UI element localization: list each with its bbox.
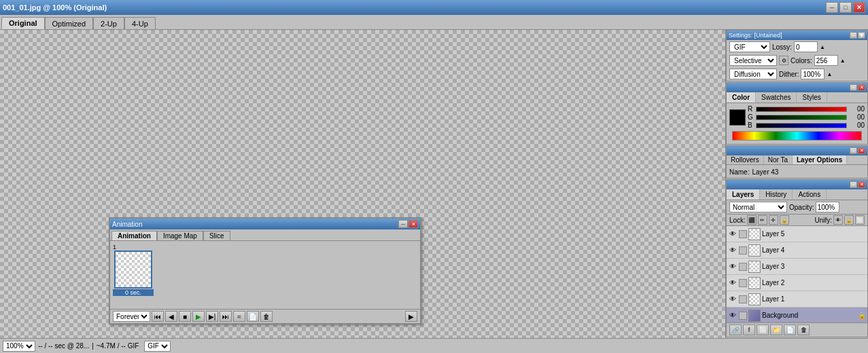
color-swatch[interactable] [729,109,746,126]
anim-tween-button[interactable]: ≈ [233,311,245,322]
status-size: ~4.7M / -- GIF [97,342,139,350]
tab-2up[interactable]: 2-Up [93,17,124,29]
format-row: GIF Lossy: ▲ [727,40,867,54]
lossy-spinup[interactable]: ▲ [820,44,825,50]
anim-first-button[interactable]: ⏮ [152,311,164,322]
anim-bottom: Forever ⏮ ◀ ■ ▶ ▶| ⏭ ≈ 📄 🗑 ▶ [110,309,420,323]
dither-select[interactable]: Diffusion [729,69,777,79]
layer-mask-button[interactable]: ⬜ [757,324,769,335]
tab-original[interactable]: Original [1,17,45,29]
layer-row-layer3[interactable]: 👁 Layer 3 [727,259,867,275]
rollovers-tab-layeroptions[interactable]: Layer Options [793,155,847,164]
layer1-eye-icon[interactable]: 👁 [728,295,737,304]
unify-label: Unify: [814,217,832,224]
layer-row-layer5[interactable]: 👁 Layer 5 [727,226,867,242]
color-tab-color[interactable]: Color [727,92,756,103]
maximize-button[interactable]: □ [839,2,852,13]
rollovers-minimize[interactable]: ─ [850,147,857,154]
g-label: G [748,113,754,121]
anim-tab-animation[interactable]: Animation [111,231,157,240]
anim-next-button[interactable]: ▶| [206,311,218,322]
layers-toolbar: Normal Opacity: [727,200,867,215]
colors-input[interactable] [814,55,838,66]
layer-row-layer4[interactable]: 👁 Layer 4 [727,242,867,259]
settings-expand[interactable]: ▼ [858,32,865,39]
bg-thumb [748,310,761,322]
anim-tab-slice[interactable]: Slice [203,231,230,240]
layer-row-layer1[interactable]: 👁 Layer 1 [727,291,867,308]
anim-expand-button[interactable]: ▶ [405,311,417,322]
layer3-name: Layer 3 [762,263,866,270]
layers-minimize[interactable]: ─ [850,181,857,188]
dither-spinup[interactable]: ▲ [827,71,832,77]
colors-spinup[interactable]: ▲ [840,58,846,64]
settings-label: Settings: [Untained] [729,32,782,39]
lock-label: Lock: [729,217,746,224]
anim-minimize-button[interactable]: ─ [398,220,408,228]
zoom-select[interactable]: 100% [3,341,35,352]
anim-play-button[interactable]: ▶ [192,311,205,322]
color-spectrum[interactable] [732,131,862,141]
bg-eye-icon[interactable]: 👁 [728,311,737,320]
dither-input[interactable] [801,69,824,79]
lock-row: Lock: ⬛ ✏ ✛ 🔒 Unify: 👁 🔒 ⬜ [727,215,867,226]
anim-close-button[interactable]: ✕ [409,220,418,228]
reduction-options-btn[interactable]: ⚙ [779,56,788,65]
anim-prev-button[interactable]: ◀ [165,311,177,322]
layer-row-background[interactable]: 👁 Background 🔒 [727,308,867,322]
opacity-input[interactable] [816,202,839,212]
layers-tab-layers[interactable]: Layers [727,189,760,200]
color-tab-styles[interactable]: Styles [797,92,827,103]
anim-add-button[interactable]: 📄 [247,311,259,322]
anim-tab-imagemap[interactable]: Image Map [157,231,203,240]
layer4-thumb [748,244,761,257]
lock-pixel-icon[interactable]: ⬛ [747,215,757,225]
lock-move-icon[interactable]: ✛ [769,215,778,225]
color-tab-swatches[interactable]: Swatches [756,92,797,103]
layer3-eye-icon[interactable]: 👁 [728,262,737,272]
layer-mode-select[interactable]: Normal [729,202,787,212]
color-close[interactable]: ✕ [858,84,865,91]
layer-add-button[interactable]: 📄 [784,324,796,335]
layer4-eye-icon[interactable]: 👁 [728,246,737,255]
reduction-select[interactable]: Selective [729,55,777,66]
color-minimize[interactable]: ─ [850,84,857,91]
layer-group-button[interactable]: 📁 [770,324,782,335]
settings-minimize[interactable]: ─ [850,32,857,39]
loop-select[interactable]: Forever [113,311,150,322]
opacity-row: Opacity: [789,202,839,212]
unify-vis-icon[interactable]: 👁 [833,215,843,225]
anim-delete-button[interactable]: 🗑 [260,311,273,322]
format-select[interactable]: GIF [729,41,770,52]
minimize-button[interactable]: ─ [826,2,838,13]
layers-tab-history[interactable]: History [760,189,793,200]
layer-row-layer2[interactable]: 👁 Layer 2 [727,275,867,291]
anim-stop-button[interactable]: ■ [179,311,191,322]
unify-pos-icon[interactable]: ⬜ [855,215,865,225]
tab-4up[interactable]: 4-Up [124,17,156,29]
layer1-name: Layer 1 [762,295,866,303]
status-format-select[interactable]: GIF [144,341,171,352]
tab-optimized[interactable]: Optimized [45,17,94,29]
rollovers-close[interactable]: ✕ [858,147,865,154]
layer-link-button[interactable]: 🔗 [729,324,742,335]
g-slider[interactable] [756,115,847,120]
layers-tab-actions[interactable]: Actions [793,189,827,200]
layers-close[interactable]: ✕ [858,181,865,188]
anim-last-button[interactable]: ⏭ [220,311,232,322]
layer5-eye-icon[interactable]: 👁 [728,229,737,239]
b-slider[interactable] [756,123,847,128]
anim-frame-1[interactable]: 1 0 sec. [113,244,154,306]
lossy-label: Lossy: [772,43,792,51]
rollovers-tab-norta[interactable]: Nor Ta [764,155,793,164]
lock-all-icon[interactable]: 🔒 [780,215,789,225]
lock-paint-icon[interactable]: ✏ [758,215,767,225]
rollovers-tab-rollovers[interactable]: Rollovers [727,155,764,164]
unify-lock-icon[interactable]: 🔒 [844,215,854,225]
layer2-eye-icon[interactable]: 👁 [728,278,737,288]
close-button[interactable]: ✕ [853,2,865,13]
lossy-input[interactable] [794,41,818,52]
r-slider[interactable] [756,107,847,112]
layer-delete-button[interactable]: 🗑 [797,324,810,335]
layer-style-button[interactable]: f [743,324,755,335]
